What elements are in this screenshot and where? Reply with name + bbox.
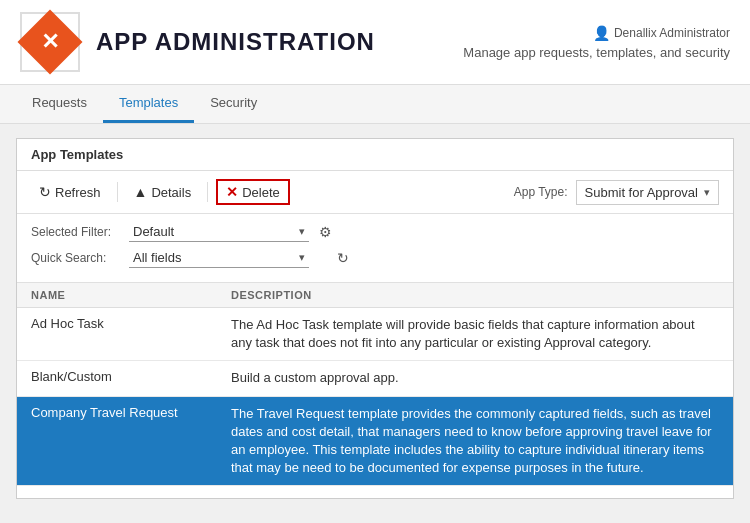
header-left: ✕ APP ADMINISTRATION: [20, 12, 375, 72]
header-right: 👤 Denallix Administrator Manage app requ…: [463, 25, 730, 60]
content-area: App Templates ↻ Refresh ▲ Details ✕ Dele…: [0, 124, 750, 513]
refresh-icon: ↻: [39, 184, 51, 200]
templates-table: NAME DESCRIPTION Ad Hoc Task The Ad Hoc …: [17, 283, 733, 486]
row-description: The Travel Request template provides the…: [231, 405, 719, 478]
app-logo: ✕: [20, 12, 80, 72]
table-row-selected[interactable]: Company Travel Request The Travel Reques…: [17, 397, 733, 487]
filters-area: Selected Filter: Default ▾ ⚙ Quick Searc…: [17, 214, 733, 283]
table-header-row: NAME DESCRIPTION: [17, 283, 733, 308]
tab-requests[interactable]: Requests: [16, 85, 103, 123]
row-description: The Ad Hoc Task template will provide ba…: [231, 316, 719, 352]
toolbar: ↻ Refresh ▲ Details ✕ Delete App Type: S…: [17, 171, 733, 214]
chevron-down-icon: ▾: [704, 186, 710, 199]
row-description: Build a custom approval app.: [231, 369, 719, 387]
filter-label: Selected Filter:: [31, 225, 121, 239]
quick-search-row: Quick Search: All fields ▾ ↻: [31, 248, 719, 268]
app-title: APP ADMINISTRATION: [96, 28, 375, 56]
user-info: 👤 Denallix Administrator: [463, 25, 730, 41]
tab-templates[interactable]: Templates: [103, 85, 194, 123]
filter-dropdown[interactable]: Default ▾: [129, 222, 309, 242]
app-templates-panel: App Templates ↻ Refresh ▲ Details ✕ Dele…: [16, 138, 734, 499]
header-subtitle: Manage app requests, templates, and secu…: [463, 45, 730, 60]
details-icon: ▲: [134, 184, 148, 200]
tab-security[interactable]: Security: [194, 85, 273, 123]
row-name: Company Travel Request: [31, 405, 231, 478]
nav-tabs: Requests Templates Security: [0, 85, 750, 124]
search-label: Quick Search:: [31, 251, 121, 265]
panel-title: App Templates: [17, 139, 733, 171]
search-dropdown[interactable]: All fields ▾: [129, 248, 309, 268]
delete-label: Delete: [242, 185, 280, 200]
toolbar-separator-2: [207, 182, 208, 202]
filter-chevron-icon: ▾: [299, 225, 305, 238]
col-header-name: NAME: [31, 289, 231, 301]
toolbar-right: App Type: Submit for Approval ▾: [514, 180, 719, 205]
submit-label: Submit for Approval: [585, 185, 698, 200]
app-type-label: App Type:: [514, 185, 568, 199]
user-name: Denallix Administrator: [614, 26, 730, 40]
details-label: Details: [151, 185, 191, 200]
app-header: ✕ APP ADMINISTRATION 👤 Denallix Administ…: [0, 0, 750, 85]
refresh-button[interactable]: ↻ Refresh: [31, 180, 109, 204]
table-row[interactable]: Ad Hoc Task The Ad Hoc Task template wil…: [17, 308, 733, 361]
submit-for-approval-dropdown[interactable]: Submit for Approval ▾: [576, 180, 719, 205]
settings-icon[interactable]: ⚙: [317, 222, 334, 242]
col-header-description: DESCRIPTION: [231, 289, 719, 301]
delete-icon: ✕: [226, 184, 238, 200]
row-name: Blank/Custom: [31, 369, 231, 387]
table-row[interactable]: Blank/Custom Build a custom approval app…: [17, 361, 733, 396]
selected-filter-row: Selected Filter: Default ▾ ⚙: [31, 222, 719, 242]
filter-value: Default: [133, 224, 174, 239]
refresh-label: Refresh: [55, 185, 101, 200]
search-chevron-icon: ▾: [299, 251, 305, 264]
search-refresh-icon[interactable]: ↻: [337, 250, 349, 266]
search-value: All fields: [133, 250, 181, 265]
user-icon: 👤: [593, 25, 610, 41]
logo-shape: ✕: [17, 9, 82, 74]
details-button[interactable]: ▲ Details: [126, 180, 200, 204]
toolbar-separator-1: [117, 182, 118, 202]
delete-button[interactable]: ✕ Delete: [216, 179, 290, 205]
logo-x-icon: ✕: [41, 29, 59, 55]
row-name: Ad Hoc Task: [31, 316, 231, 352]
